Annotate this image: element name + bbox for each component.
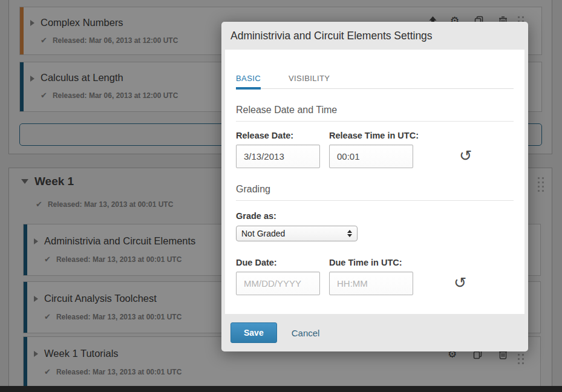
tab-basic[interactable]: BASIC [236,74,261,90]
release-time-input[interactable] [329,145,413,168]
cancel-link[interactable]: Cancel [292,328,320,338]
modal-tabs: BASIC VISIBILITY [236,74,514,89]
grade-as-label: Grade as: [236,211,514,221]
release-date-input[interactable] [236,145,320,168]
modal-footer: Save Cancel [221,314,528,351]
tab-visibility[interactable]: VISIBILITY [289,74,330,88]
release-section-heading: Release Date and Time [236,105,514,122]
modal-title: Administrivia and Circuit Elements Setti… [230,30,433,42]
modal-body: BASIC VISIBILITY Release Date and Time R… [225,50,524,314]
save-button[interactable]: Save [230,322,277,343]
subsection-settings-modal: Administrivia and Circuit Elements Setti… [221,22,528,351]
release-time-label: Release Time in UTC: [329,131,419,140]
modal-header: Administrivia and Circuit Elements Setti… [221,22,528,50]
grade-as-selected-value: Not Graded [241,229,285,238]
grading-section-heading: Grading [236,184,514,201]
due-time-input[interactable] [329,272,413,295]
reset-due-date-icon[interactable]: ↺ [454,275,466,290]
grade-as-select[interactable]: Not Graded [236,226,358,241]
due-date-input[interactable] [236,272,320,295]
release-date-label: Release Date: [236,131,320,140]
due-date-label: Due Date: [236,258,320,267]
select-spinner-icon [347,230,352,237]
due-time-label: Due Time in UTC: [329,258,413,267]
reset-release-date-icon[interactable]: ↺ [459,148,472,163]
